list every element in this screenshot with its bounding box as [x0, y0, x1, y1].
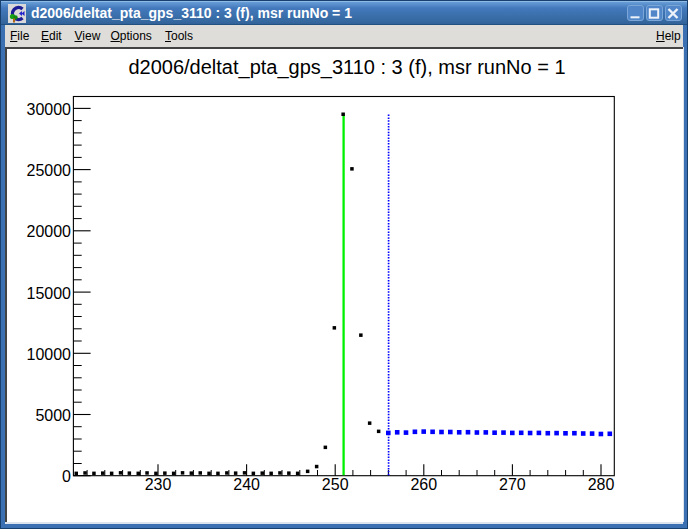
svg-text:d2006/deltat_pta_gps_3110 : 3: d2006/deltat_pta_gps_3110 : 3 (f), msr r…	[128, 56, 565, 79]
svg-text:0: 0	[62, 468, 71, 485]
svg-text:15000: 15000	[27, 285, 72, 302]
svg-text:30000: 30000	[27, 101, 72, 118]
svg-text:25000: 25000	[27, 162, 72, 179]
svg-text:280: 280	[588, 476, 615, 493]
svg-text:270: 270	[499, 476, 526, 493]
svg-text:260: 260	[410, 476, 437, 493]
svg-text:20000: 20000	[27, 223, 72, 240]
svg-text:5000: 5000	[35, 407, 71, 424]
svg-text:230: 230	[145, 476, 172, 493]
svg-text:10000: 10000	[27, 346, 72, 363]
svg-text:240: 240	[233, 476, 260, 493]
svg-text:250: 250	[322, 476, 349, 493]
